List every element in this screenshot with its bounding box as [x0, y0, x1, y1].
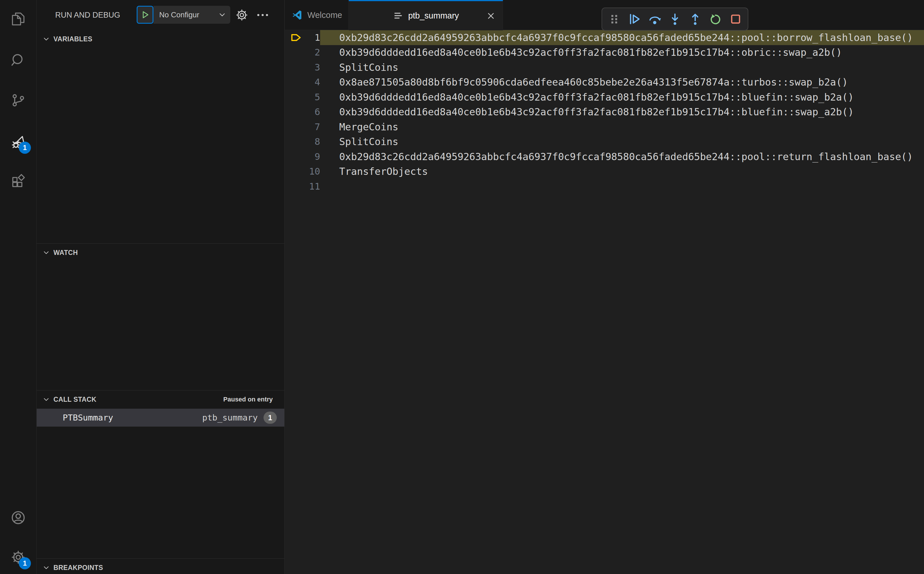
- section-label: VARIABLES: [54, 35, 93, 43]
- code-line[interactable]: 20xb39d6dddedd16ed8a40ce0b1e6b43c92acf0f…: [285, 45, 924, 60]
- step-over-icon: [647, 12, 662, 26]
- source-control-icon: [10, 92, 26, 108]
- line-number: 11: [302, 179, 320, 194]
- frame-badge: 1: [263, 412, 277, 424]
- step-out-button[interactable]: [687, 11, 703, 27]
- call-stack-frame-row[interactable]: PTBSummary ptb_summary 1: [37, 409, 284, 427]
- code-line[interactable]: 10TransferObjects: [285, 164, 924, 179]
- toolbar-drag-handle[interactable]: [606, 11, 622, 27]
- tab-label: ptb_summary: [408, 11, 459, 20]
- code-line[interactable]: 40x8ae871505a80d8bf6bf9c05906cda6edfeea4…: [285, 75, 924, 90]
- code-line[interactable]: 7MergeCoins: [285, 119, 924, 134]
- code-line[interactable]: 50xb39d6dddedd16ed8a40ce0b1e6b43c92acf0f…: [285, 90, 924, 105]
- gutter-glyph[interactable]: [285, 45, 302, 60]
- activity-item-extensions[interactable]: [9, 172, 27, 191]
- code-line[interactable]: 11: [285, 179, 924, 194]
- step-into-icon: [668, 12, 682, 26]
- line-content[interactable]: [320, 179, 924, 194]
- list-icon: [393, 10, 404, 21]
- code-line[interactable]: 10xb29d83c26cdd2a64959263abbcfc4a6937f0c…: [285, 30, 924, 45]
- section-label: BREAKPOINTS: [54, 564, 103, 572]
- config-dropdown[interactable]: No Configur: [153, 6, 230, 24]
- call-stack-status: Paused on entry: [224, 396, 273, 403]
- line-number: 6: [302, 105, 320, 120]
- line-content[interactable]: 0xb29d83c26cdd2a64959263abbcfc4a6937f0c9…: [320, 149, 924, 164]
- tab-welcome[interactable]: Welcome: [285, 0, 349, 30]
- line-content[interactable]: MergeCoins: [320, 119, 924, 134]
- start-debug-button[interactable]: [137, 6, 153, 24]
- gear-icon: [235, 8, 249, 22]
- activity-item-source-control[interactable]: [9, 91, 27, 110]
- gutter-glyph[interactable]: [285, 60, 302, 75]
- gutter-glyph[interactable]: [285, 164, 302, 179]
- debug-settings-button[interactable]: [235, 8, 249, 22]
- vscode-logo-icon: [291, 9, 303, 21]
- gutter-glyph[interactable]: [285, 105, 302, 120]
- ellipsis-icon: [256, 8, 269, 22]
- section-header-breakpoints[interactable]: BREAKPOINTS: [37, 559, 284, 574]
- vscode-window: 1: [0, 0, 924, 574]
- code-line[interactable]: 90xb29d83c26cdd2a64959263abbcfc4a6937f0c…: [285, 149, 924, 164]
- gutter-glyph[interactable]: [285, 149, 302, 164]
- stop-button[interactable]: [727, 11, 744, 27]
- line-number: 9: [302, 149, 320, 164]
- stop-icon: [729, 12, 743, 26]
- continue-button[interactable]: [626, 11, 642, 27]
- line-content[interactable]: 0x8ae871505a80d8bf6bf9c05906cda6edfeea46…: [320, 75, 924, 90]
- activity-item-run-and-debug[interactable]: 1: [9, 132, 27, 151]
- run-and-debug-sidebar: RUN AND DEBUG No Configur: [37, 0, 285, 574]
- code-line[interactable]: 8SplitCoins: [285, 134, 924, 150]
- step-over-button[interactable]: [647, 11, 663, 27]
- section-header-watch[interactable]: WATCH: [37, 244, 284, 262]
- line-content[interactable]: SplitCoins: [320, 134, 924, 150]
- config-dropdown-label: No Configur: [159, 10, 199, 19]
- gutter-glyph[interactable]: [285, 119, 302, 134]
- activity-item-settings[interactable]: 1: [9, 548, 27, 566]
- tab-label: Welcome: [307, 10, 342, 20]
- restart-button[interactable]: [707, 11, 724, 27]
- section-header-call-stack[interactable]: CALL STACK Paused on entry: [37, 391, 284, 408]
- line-content[interactable]: 0xb39d6dddedd16ed8a40ce0b1e6b43c92acf0ff…: [320, 45, 924, 60]
- line-content[interactable]: 0xb29d83c26cdd2a64959263abbcfc4a6937f0c9…: [320, 30, 924, 45]
- restart-icon: [708, 12, 723, 26]
- line-number: 1: [302, 30, 320, 45]
- gripper-icon: [607, 12, 622, 26]
- sidebar-title: RUN AND DEBUG: [55, 11, 120, 20]
- play-icon: [140, 10, 150, 20]
- tab-ptb-summary[interactable]: ptb_summary: [349, 0, 503, 30]
- chevron-down-icon: [43, 35, 50, 43]
- line-content[interactable]: TransferObjects: [320, 164, 924, 179]
- step-into-button[interactable]: [667, 11, 683, 27]
- debug-badge: 1: [19, 142, 31, 154]
- frame-name: PTBSummary: [63, 413, 202, 423]
- chevron-down-icon: [43, 249, 50, 256]
- gutter-glyph[interactable]: [285, 75, 302, 90]
- code-line[interactable]: 3SplitCoins: [285, 60, 924, 75]
- files-icon: [10, 11, 26, 27]
- line-content[interactable]: SplitCoins: [320, 60, 924, 75]
- gutter-glyph[interactable]: [285, 30, 302, 45]
- section-label: CALL STACK: [54, 396, 96, 404]
- line-content[interactable]: 0xb39d6dddedd16ed8a40ce0b1e6b43c92acf0ff…: [320, 90, 924, 105]
- editor-region: Welcome ptb_summary: [285, 0, 924, 574]
- activity-item-explorer[interactable]: [9, 9, 27, 28]
- current-line-marker-icon: [290, 31, 302, 44]
- section-header-variables[interactable]: VARIABLES: [37, 30, 284, 48]
- launch-control: No Configur: [137, 6, 230, 24]
- activity-item-accounts[interactable]: [9, 508, 27, 527]
- gutter-glyph[interactable]: [285, 90, 302, 105]
- gutter-glyph[interactable]: [285, 179, 302, 194]
- account-icon: [10, 509, 26, 526]
- line-number: 10: [302, 164, 320, 179]
- gutter-glyph[interactable]: [285, 134, 302, 150]
- line-content[interactable]: 0xb39d6dddedd16ed8a40ce0b1e6b43c92acf0ff…: [320, 105, 924, 120]
- line-number: 3: [302, 60, 320, 75]
- editor-lines[interactable]: 10xb29d83c26cdd2a64959263abbcfc4a6937f0c…: [285, 30, 924, 574]
- code-line[interactable]: 60xb39d6dddedd16ed8a40ce0b1e6b43c92acf0f…: [285, 105, 924, 120]
- more-actions-button[interactable]: [256, 8, 269, 22]
- activity-item-search[interactable]: [9, 51, 27, 69]
- extensions-icon: [10, 173, 26, 189]
- continue-icon: [627, 12, 642, 26]
- chevron-down-icon: [43, 564, 50, 571]
- close-icon[interactable]: [486, 11, 496, 21]
